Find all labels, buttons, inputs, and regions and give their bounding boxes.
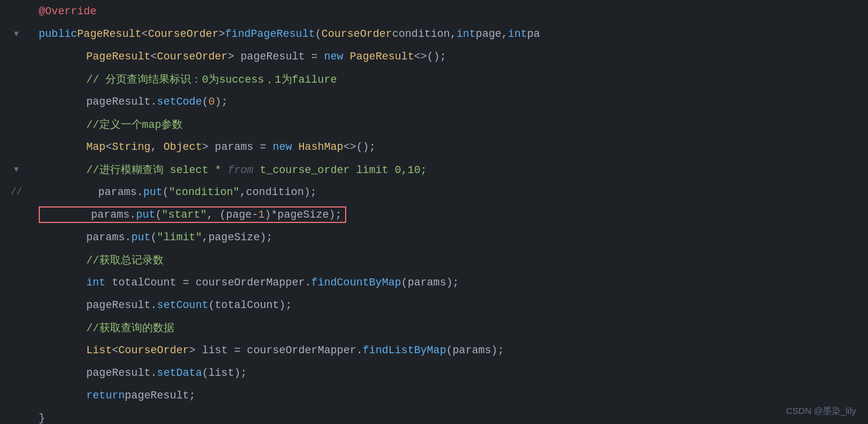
- line-content: params.put("start", (page-1)*pageSize);: [33, 203, 868, 226]
- code-line: PageResult<CourseOrder> pageResult = new…: [0, 45, 868, 68]
- code-editor: @Override▼public PageResult<CourseOrder>…: [0, 0, 868, 424]
- line-content: int totalCount = courseOrderMapper.findC…: [33, 271, 868, 294]
- line-gutter: //: [0, 181, 33, 203]
- line-content: //进行模糊查询 select * from t_course_order li…: [33, 158, 868, 181]
- line-gutter: [0, 136, 33, 158]
- code-line: pageResult.setCount(totalCount);: [0, 294, 868, 316]
- code-line: return pageResult;: [0, 384, 868, 407]
- code-line: //定义一个map参数: [0, 113, 868, 136]
- line-content: @Override: [33, 0, 868, 23]
- code-line: pageResult.setCode(0);: [0, 90, 868, 113]
- code-line: pageResult.setData(list);: [0, 362, 868, 384]
- line-gutter: ▼: [0, 23, 33, 45]
- code-line: // 分页查询结果标识：0为success，1为failure: [0, 68, 868, 90]
- code-line: @Override: [0, 0, 868, 23]
- fold-icon: ▼: [14, 165, 18, 174]
- line-gutter: [0, 226, 33, 249]
- line-gutter: [0, 271, 33, 294]
- line-gutter: [0, 294, 33, 316]
- code-line: params.put("limit",pageSize);: [0, 226, 868, 249]
- code-line: //获取总记录数: [0, 249, 868, 271]
- line-content: //定义一个map参数: [33, 113, 868, 136]
- code-line: ▼//进行模糊查询 select * from t_course_order l…: [0, 158, 868, 181]
- line-gutter: [0, 384, 33, 407]
- line-content: return pageResult;: [33, 384, 868, 407]
- line-gutter: ▼: [0, 158, 33, 181]
- line-content: Map<String, Object> params = new HashMap…: [33, 136, 868, 158]
- line-content: // 分页查询结果标识：0为success，1为failure: [33, 68, 868, 90]
- line-gutter: [0, 113, 33, 136]
- line-gutter: [0, 362, 33, 384]
- code-line: //params.put("condition",condition);: [0, 181, 868, 203]
- comment-indicator: //: [11, 187, 22, 197]
- line-content: pageResult.setCount(totalCount);: [33, 294, 868, 316]
- fold-icon: ▼: [14, 29, 18, 39]
- line-gutter: [0, 339, 33, 362]
- code-line: Map<String, Object> params = new HashMap…: [0, 136, 868, 158]
- code-line: params.put("start", (page-1)*pageSize);: [0, 203, 868, 226]
- line-gutter: [0, 249, 33, 271]
- line-content: }: [33, 407, 868, 424]
- line-content: public PageResult<CourseOrder> findPageR…: [33, 23, 868, 45]
- line-content: //获取总记录数: [33, 249, 868, 271]
- code-line: //获取查询的数据: [0, 316, 868, 339]
- code-line: List<CourseOrder> list = courseOrderMapp…: [0, 339, 868, 362]
- code-line: int totalCount = courseOrderMapper.findC…: [0, 271, 868, 294]
- line-content: pageResult.setCode(0);: [33, 90, 868, 113]
- line-gutter: [0, 45, 33, 68]
- code-line: ▼public PageResult<CourseOrder> findPage…: [0, 23, 868, 45]
- line-gutter: [0, 407, 33, 424]
- line-gutter: [0, 68, 33, 90]
- code-line: }: [0, 407, 868, 424]
- line-content: PageResult<CourseOrder> pageResult = new…: [33, 45, 868, 68]
- line-content: params.put("limit",pageSize);: [33, 226, 868, 249]
- line-gutter: [0, 203, 33, 226]
- line-content: List<CourseOrder> list = courseOrderMapp…: [33, 339, 868, 362]
- line-content: pageResult.setData(list);: [33, 362, 868, 384]
- line-gutter: [0, 90, 33, 113]
- line-content: //获取查询的数据: [33, 316, 868, 339]
- watermark: CSDN @墨染_lily: [786, 406, 856, 417]
- line-gutter: [0, 0, 33, 23]
- line-gutter: [0, 316, 33, 339]
- line-content: params.put("condition",condition);: [33, 181, 868, 203]
- highlighted-content: params.put("start", (page-1)*pageSize);: [39, 206, 346, 223]
